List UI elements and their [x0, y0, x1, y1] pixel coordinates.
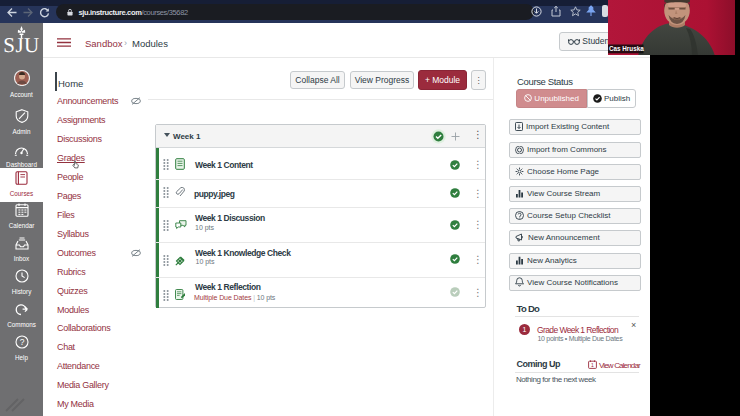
svg-text:1: 1: [591, 362, 594, 368]
svg-text:Cas Hruska: Cas Hruska: [609, 45, 644, 52]
svg-text:?: ?: [19, 337, 24, 347]
